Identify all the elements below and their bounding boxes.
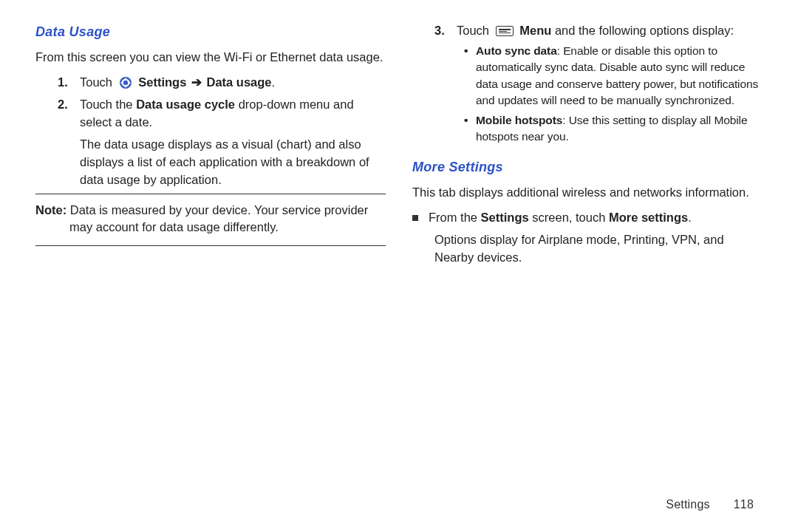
svg-point-4 bbox=[125, 86, 126, 88]
page-footer: Settings118 bbox=[666, 498, 754, 511]
bullet-mobile-hotspots: Mobile hotspots: Use this setting to dis… bbox=[464, 112, 763, 146]
square-bullet-icon bbox=[412, 215, 418, 221]
step3-list: 3. Touch Menu and the following options … bbox=[412, 22, 763, 149]
step-2: 2. Touch the Data usage cycle drop-down … bbox=[35, 96, 386, 189]
from-moresettings-label: More settings bbox=[609, 211, 688, 224]
more-settings-intro: This tab displays additional wireless an… bbox=[412, 184, 763, 202]
note-top-rule bbox=[35, 194, 386, 194]
step-1: 1. Touch Settings ➔ Data usage. bbox=[35, 74, 386, 92]
svg-point-6 bbox=[129, 82, 130, 83]
step1-settings-label: Settings bbox=[138, 75, 186, 89]
step-number-2: 2. bbox=[58, 96, 80, 189]
step1-period: . bbox=[272, 75, 276, 89]
step2-bold: Data usage cycle bbox=[136, 98, 235, 111]
step2-text-a: Touch the bbox=[80, 98, 136, 111]
heading-data-usage: Data Usage bbox=[35, 22, 386, 41]
from-settings-label: Settings bbox=[481, 211, 529, 224]
from-period: . bbox=[688, 211, 692, 224]
note-label: Note: bbox=[35, 203, 66, 216]
step-number-1: 1. bbox=[58, 74, 80, 92]
step-3: 3. Touch Menu and the following options … bbox=[412, 22, 763, 149]
from-settings-line: From the Settings screen, touch More set… bbox=[412, 209, 763, 227]
footer-section: Settings bbox=[666, 498, 709, 511]
step1-datausage-label: Data usage bbox=[206, 75, 271, 89]
footer-page-number: 118 bbox=[734, 498, 754, 511]
data-usage-steps: 1. Touch Settings ➔ Data usage. 2. Touch… bbox=[35, 74, 386, 189]
step3-menu-label: Menu bbox=[519, 24, 551, 37]
bullet-auto-sync: Auto sync data: Enable or disable this o… bbox=[464, 43, 763, 109]
bullet2-bold: Mobile hotspots bbox=[476, 114, 562, 126]
step1-pre: Touch bbox=[80, 75, 116, 89]
svg-point-5 bbox=[120, 82, 122, 83]
note-bottom-rule bbox=[35, 245, 386, 246]
right-column: 3. Touch Menu and the following options … bbox=[412, 22, 763, 517]
bullet1-bold: Auto sync data bbox=[476, 44, 557, 57]
step-number-3: 3. bbox=[434, 22, 457, 149]
step2-text-c: The data usage displays as a visual (cha… bbox=[80, 137, 369, 186]
arrow-icon: ➔ bbox=[186, 75, 206, 89]
note-block: Note: Data is measured by your device. Y… bbox=[35, 194, 386, 247]
data-usage-intro: From this screen you can view the Wi-Fi … bbox=[35, 49, 386, 66]
left-column: Data Usage From this screen you can view… bbox=[35, 22, 386, 517]
from-b: screen, touch bbox=[529, 211, 609, 224]
gear-icon bbox=[119, 76, 132, 89]
svg-point-3 bbox=[125, 78, 126, 80]
note-text: Data is measured by your device. Your se… bbox=[66, 203, 368, 234]
svg-point-2 bbox=[123, 81, 127, 85]
heading-more-settings: More Settings bbox=[412, 157, 763, 177]
more-settings-section: More Settings This tab displays addition… bbox=[412, 157, 763, 267]
options-text: Options display for Airplane mode, Print… bbox=[412, 231, 763, 267]
step3-post: and the following options display: bbox=[551, 24, 734, 37]
from-a: From the bbox=[429, 211, 481, 224]
step3-pre: Touch bbox=[457, 24, 493, 37]
menu-icon bbox=[496, 26, 514, 36]
step3-bullets: Auto sync data: Enable or disable this o… bbox=[457, 43, 763, 146]
